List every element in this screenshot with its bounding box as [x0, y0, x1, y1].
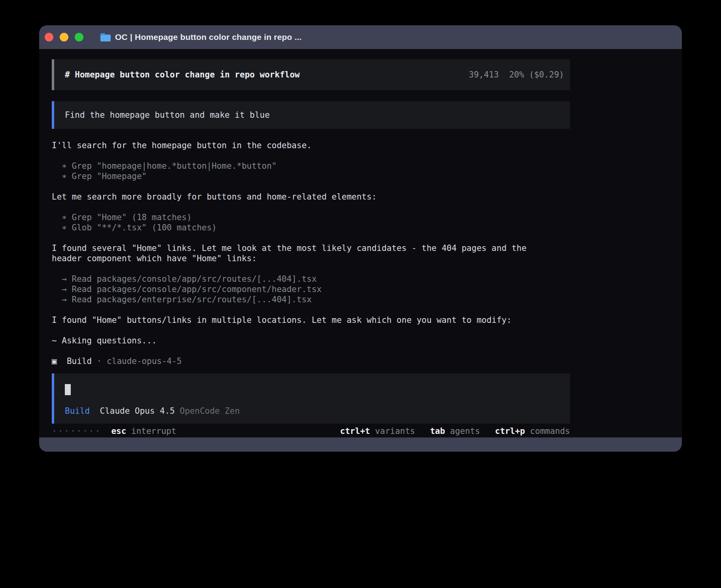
- window-titlebar[interactable]: OC | Homepage button color change in rep…: [39, 25, 682, 49]
- user-message-text: Find the homepage button and make it blu…: [65, 110, 270, 120]
- terminal-line: ∗ Grep "Home" (18 matches): [52, 212, 570, 222]
- text-segment: Claude Opus 4.5: [100, 406, 175, 416]
- text-segment: ∗ Grep "Homepage": [52, 172, 147, 181]
- text-segment: [101, 426, 111, 436]
- zoom-button[interactable]: [75, 33, 83, 41]
- terminal-line: [52, 181, 570, 192]
- terminal-line: [52, 325, 570, 335]
- terminal-viewport: # Homepage button color change in repo w…: [39, 49, 682, 437]
- text-segment: Build: [67, 356, 92, 366]
- status-bar: ········ esc interrupt ctrl+t variants t…: [52, 426, 570, 436]
- input-line[interactable]: [65, 384, 559, 395]
- text-cursor: [65, 384, 71, 395]
- text-segment: ·: [92, 356, 107, 366]
- terminal-line: [52, 264, 570, 274]
- terminal-line: [52, 151, 570, 161]
- terminal-line: ∗ Grep "Homepage": [52, 171, 570, 181]
- folder-icon: [100, 33, 111, 42]
- text-segment: ∗ Grep "homepage|home.*button|Home.*butt…: [52, 161, 277, 171]
- terminal-line: → Read packages/console/app/src/componen…: [52, 284, 570, 294]
- text-segment: tab: [430, 426, 445, 436]
- text-segment: I found "Home" buttons/links in multiple…: [52, 315, 511, 325]
- terminal-line: I found "Home" buttons/links in multiple…: [52, 315, 570, 325]
- text-segment: → Read packages/console/app/src/componen…: [52, 285, 322, 294]
- terminal-line: [52, 233, 570, 243]
- text-segment: ctrl+p: [495, 426, 525, 436]
- terminal-line: ▣ Build · claude-opus-4-5: [52, 356, 570, 366]
- prompt-input[interactable]: Build Claude Opus 4.5 OpenCode Zen: [52, 373, 570, 424]
- terminal-line: header component which have "Home" links…: [52, 253, 570, 264]
- terminal-line: [52, 305, 570, 315]
- desktop-background: OC | Homepage button color change in rep…: [0, 0, 721, 588]
- terminal-line: [52, 346, 570, 356]
- terminal-window: OC | Homepage button color change in rep…: [39, 25, 682, 452]
- session-stats: 39,413 20% ($0.29): [469, 70, 564, 79]
- text-segment: [525, 426, 530, 436]
- text-segment: [57, 356, 67, 366]
- status-left: ········ esc interrupt: [52, 426, 176, 436]
- terminal-line: I found several "Home" links. Let me loo…: [52, 243, 570, 253]
- text-segment: [445, 426, 450, 436]
- text-segment: [175, 406, 180, 416]
- terminal-line: ∗ Glob "**/*.tsx" (100 matches): [52, 222, 570, 233]
- text-segment: variants: [375, 426, 415, 436]
- text-segment: [370, 426, 375, 436]
- text-segment: [415, 426, 430, 436]
- text-segment: [126, 426, 131, 436]
- terminal-line: [52, 202, 570, 212]
- token-count: 39,413: [469, 70, 499, 79]
- text-segment: agents: [450, 426, 480, 436]
- terminal-line: I'll search for the homepage button in t…: [52, 140, 570, 151]
- text-segment: interrupt: [131, 426, 176, 436]
- text-segment: I found several "Home" links. Let me loo…: [52, 243, 527, 253]
- terminal-line: ~ Asking questions...: [52, 335, 570, 346]
- terminal-line: → Read packages/console/app/src/routes/[…: [52, 274, 570, 284]
- text-segment: I'll search for the homepage button in t…: [52, 141, 311, 150]
- close-button[interactable]: [45, 33, 53, 41]
- text-segment: ▣: [52, 356, 57, 366]
- status-right: ctrl+t variants tab agents ctrl+p comman…: [340, 426, 570, 436]
- text-segment: ~ Asking questions...: [52, 336, 157, 345]
- terminal-line: ∗ Grep "homepage|home.*button|Home.*butt…: [52, 161, 570, 171]
- text-segment: [90, 406, 100, 416]
- text-segment: ∗ Glob "**/*.tsx" (100 matches): [52, 223, 217, 232]
- context-usage: 20% ($0.29): [509, 70, 564, 79]
- terminal-line: → Read packages/enterprise/src/routes/[.…: [52, 294, 570, 305]
- window-title: OC | Homepage button color change in rep…: [115, 32, 302, 42]
- text-segment: ctrl+t: [340, 426, 370, 436]
- terminal-line: Let me search more broadly for buttons a…: [52, 192, 570, 202]
- text-segment: → Read packages/enterprise/src/routes/[.…: [52, 295, 311, 304]
- session-header: # Homepage button color change in repo w…: [52, 59, 570, 90]
- text-segment: ∗ Grep "Home" (18 matches): [52, 213, 192, 222]
- text-segment: esc: [111, 426, 126, 436]
- text-segment: → Read packages/console/app/src/routes/[…: [52, 274, 317, 284]
- text-segment: header component which have "Home" links…: [52, 254, 257, 263]
- text-segment: Build: [65, 406, 90, 416]
- user-message: Find the homepage button and make it blu…: [52, 101, 570, 129]
- text-segment: commands: [530, 426, 570, 436]
- tui-content: # Homepage button color change in repo w…: [52, 59, 570, 436]
- minimize-button[interactable]: [60, 33, 68, 41]
- traffic-lights: [45, 33, 90, 41]
- text-segment: claude-opus-4-5: [107, 356, 182, 366]
- text-segment: ········: [52, 426, 101, 436]
- text-segment: OpenCode Zen: [180, 406, 240, 416]
- transcript: I'll search for the homepage button in t…: [52, 140, 570, 366]
- text-segment: Let me search more broadly for buttons a…: [52, 192, 377, 202]
- input-meta: Build Claude Opus 4.5 OpenCode Zen: [65, 406, 559, 416]
- session-title: # Homepage button color change in repo w…: [65, 70, 300, 79]
- text-segment: [480, 426, 495, 436]
